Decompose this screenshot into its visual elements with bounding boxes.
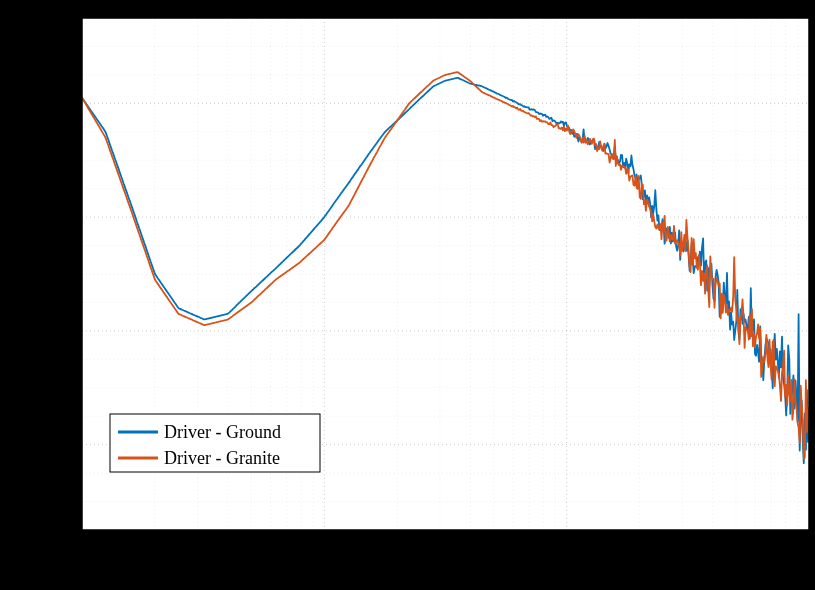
legend-label-1: Driver - Granite [164,448,280,468]
legend: Driver - Ground Driver - Granite [110,414,320,472]
chart-container: Driver - Ground Driver - Granite [0,0,815,590]
legend-label-0: Driver - Ground [164,422,281,442]
